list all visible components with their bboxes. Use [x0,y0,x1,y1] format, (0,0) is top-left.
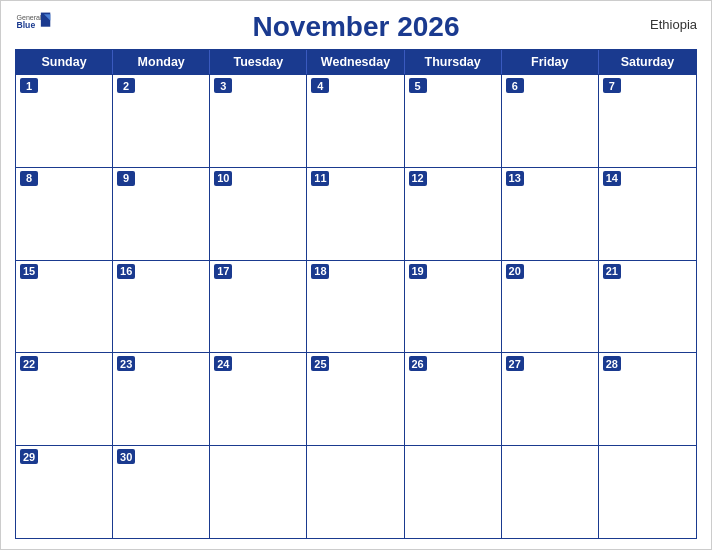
date-number: 14 [603,171,621,186]
day-header-thursday: Thursday [405,50,502,74]
date-number: 22 [20,356,38,371]
date-number: 10 [214,171,232,186]
day-header-tuesday: Tuesday [210,50,307,74]
day-cell: 4 [307,75,404,167]
week-row-5: 2930 [16,445,696,538]
date-number: 16 [117,264,135,279]
day-cell: 29 [16,446,113,538]
date-number: 21 [603,264,621,279]
week-row-1: 1234567 [16,74,696,167]
svg-text:Blue: Blue [17,20,36,30]
day-cell: 27 [502,353,599,445]
day-cell: 8 [16,168,113,260]
logo-area: General Blue [15,11,51,33]
day-cell: 6 [502,75,599,167]
calendar-container: General Blue November 2026 Ethiopia Sund… [0,0,712,550]
day-cell: 19 [405,261,502,353]
date-number: 4 [311,78,329,93]
day-cell: 24 [210,353,307,445]
day-cell: 21 [599,261,696,353]
date-number: 19 [409,264,427,279]
date-number: 12 [409,171,427,186]
calendar-grid: SundayMondayTuesdayWednesdayThursdayFrid… [15,49,697,539]
date-number: 27 [506,356,524,371]
day-cell: 12 [405,168,502,260]
calendar-title: November 2026 [252,11,459,43]
date-number: 18 [311,264,329,279]
day-cell: 3 [210,75,307,167]
date-number: 8 [20,171,38,186]
date-number: 11 [311,171,329,186]
day-cell: 17 [210,261,307,353]
date-number: 29 [20,449,38,464]
day-cell: 1 [16,75,113,167]
week-row-3: 15161718192021 [16,260,696,353]
day-cell [502,446,599,538]
date-number: 20 [506,264,524,279]
day-header-friday: Friday [502,50,599,74]
week-row-2: 891011121314 [16,167,696,260]
day-headers: SundayMondayTuesdayWednesdayThursdayFrid… [16,50,696,74]
day-header-monday: Monday [113,50,210,74]
day-cell [599,446,696,538]
date-number: 7 [603,78,621,93]
logo-icon: General Blue [15,11,51,33]
day-cell: 18 [307,261,404,353]
date-number: 13 [506,171,524,186]
country-label: Ethiopia [650,17,697,32]
day-cell: 7 [599,75,696,167]
date-number: 15 [20,264,38,279]
date-number: 1 [20,78,38,93]
date-number: 9 [117,171,135,186]
day-cell: 14 [599,168,696,260]
date-number: 25 [311,356,329,371]
date-number: 30 [117,449,135,464]
day-cell: 26 [405,353,502,445]
date-number: 28 [603,356,621,371]
date-number: 2 [117,78,135,93]
day-cell: 30 [113,446,210,538]
date-number: 23 [117,356,135,371]
date-number: 17 [214,264,232,279]
date-number: 24 [214,356,232,371]
day-cell: 23 [113,353,210,445]
day-header-wednesday: Wednesday [307,50,404,74]
day-cell: 10 [210,168,307,260]
day-cell [210,446,307,538]
date-number: 6 [506,78,524,93]
day-cell: 16 [113,261,210,353]
day-cell [405,446,502,538]
day-header-sunday: Sunday [16,50,113,74]
day-cell: 9 [113,168,210,260]
day-cell [307,446,404,538]
week-row-4: 22232425262728 [16,352,696,445]
day-header-saturday: Saturday [599,50,696,74]
date-number: 3 [214,78,232,93]
day-cell: 22 [16,353,113,445]
calendar-weeks: 1234567891011121314151617181920212223242… [16,74,696,538]
date-number: 26 [409,356,427,371]
calendar-header: General Blue November 2026 Ethiopia [15,11,697,43]
day-cell: 15 [16,261,113,353]
day-cell: 2 [113,75,210,167]
day-cell: 20 [502,261,599,353]
day-cell: 5 [405,75,502,167]
day-cell: 11 [307,168,404,260]
day-cell: 25 [307,353,404,445]
date-number: 5 [409,78,427,93]
day-cell: 13 [502,168,599,260]
day-cell: 28 [599,353,696,445]
